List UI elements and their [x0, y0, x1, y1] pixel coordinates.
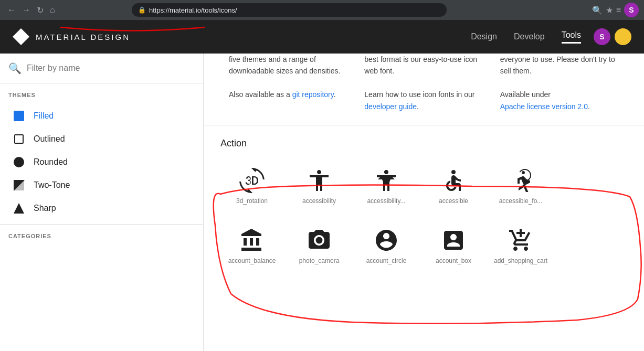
categories-section: CATEGORIES: [0, 224, 203, 250]
icon-add-shopping-cart-label: add_shopping_cart: [494, 257, 547, 264]
theme-filled[interactable]: Filled: [8, 104, 195, 127]
icon-accessible-forward[interactable]: accessible_fo...: [489, 159, 552, 211]
icon-accessible-forward-label: accessible_fo...: [499, 197, 543, 205]
developer-guide-link[interactable]: developer guide: [364, 102, 417, 111]
accessible-forward-svg: [508, 168, 533, 193]
info-section: five themes and a range of downloadable …: [204, 54, 644, 125]
twotone-icon: [13, 179, 25, 192]
icons-grid-row1: 3d_rotation accessibility: [220, 159, 627, 211]
theme-outlined[interactable]: Outlined: [8, 127, 195, 151]
icon-account-balance-label: account_balance: [228, 257, 276, 264]
theme-twotone-label: Two-Tone: [34, 180, 70, 190]
icon-accessibility-new[interactable]: accessibility...: [355, 159, 418, 211]
theme-filled-label: Filled: [34, 111, 54, 121]
photo-camera-svg: [307, 228, 332, 253]
theme-rounded-label: Rounded: [34, 157, 68, 167]
icons-grid-row2: account_balance photo_camera: [220, 219, 627, 271]
theme-twotone[interactable]: Two-Tone: [8, 174, 195, 197]
app: MATERIAL DESIGN Design Develop Tools S 🔍…: [0, 20, 644, 351]
icon-add-shopping-cart[interactable]: add_shopping_cart: [489, 219, 552, 271]
refresh-button[interactable]: ↻: [35, 4, 46, 16]
star-button[interactable]: ★: [606, 5, 613, 15]
svg-point-3: [522, 171, 525, 174]
icon-3d-rotation[interactable]: 3d_rotation: [220, 159, 283, 211]
info-text-3: everyone to use. Please don't try to sel…: [500, 54, 619, 112]
logo-icon: [13, 28, 29, 45]
category-title: Action: [220, 138, 627, 149]
icon-account-circle[interactable]: account_circle: [355, 219, 418, 271]
content-area: five themes and a range of downloadable …: [204, 54, 644, 351]
info-text-1: five themes and a range of downloadable …: [229, 54, 347, 101]
rounded-icon: [13, 156, 25, 168]
apache-license-link[interactable]: Apache license version 2.0: [500, 102, 588, 111]
categories-label: CATEGORIES: [8, 233, 195, 239]
search-icon: 🔍: [8, 62, 22, 75]
info-col-3: everyone to use. Please don't try to sel…: [492, 54, 627, 112]
icon-account-box[interactable]: account_box: [422, 219, 485, 271]
nav-avatar[interactable]: S: [594, 28, 610, 45]
url-text: https://material.io/tools/icons/: [149, 6, 440, 14]
menu-button[interactable]: ≡: [616, 5, 621, 15]
user-avatar[interactable]: S: [624, 3, 639, 17]
sharp-icon: [13, 202, 25, 215]
address-bar[interactable]: 🔒 https://material.io/tools/icons/: [132, 3, 447, 17]
info-col-1: five themes and a range of downloadable …: [220, 54, 356, 112]
info-col-2: best format is our easy-to-use icon web …: [356, 54, 491, 112]
sidebar: 🔍 THEMES Filled Outline: [0, 54, 204, 351]
nav-design[interactable]: Design: [471, 32, 497, 41]
account-balance-svg: [239, 228, 265, 253]
icon-accessible-label: accessible: [439, 197, 468, 205]
nav-links: Design Develop Tools: [471, 30, 581, 44]
lock-icon: 🔒: [138, 6, 146, 14]
nav-develop[interactable]: Develop: [514, 32, 545, 41]
icon-accessibility-new-label: accessibility...: [367, 197, 405, 205]
accessible-svg: [441, 168, 466, 193]
svg-point-2: [451, 170, 456, 174]
forward-button[interactable]: →: [20, 4, 33, 16]
top-navigation: MATERIAL DESIGN Design Develop Tools S: [0, 20, 644, 54]
icon-photo-camera-label: photo_camera: [299, 257, 340, 264]
browser-chrome: ← → ↻ ⌂ 🔒 https://material.io/tools/icon…: [0, 0, 644, 20]
zoom-button[interactable]: 🔍: [592, 5, 603, 15]
3d-rotation-svg: [239, 168, 265, 193]
main-content: 🔍 THEMES Filled Outline: [0, 54, 644, 351]
icon-account-circle-label: account_circle: [366, 257, 407, 264]
nav-buttons[interactable]: ← → ↻ ⌂: [5, 4, 57, 16]
themes-label: THEMES: [8, 92, 195, 98]
icons-section: Action 3d_rotation: [204, 125, 644, 283]
icon-accessibility-label: accessibility: [302, 197, 336, 205]
themes-section: THEMES Filled Outlined: [0, 83, 203, 224]
icon-accessible[interactable]: accessible: [422, 159, 485, 211]
theme-outlined-label: Outlined: [34, 134, 65, 144]
account-box-svg: [441, 228, 466, 253]
notification-dot: [615, 28, 631, 45]
accessibility-svg: [307, 168, 332, 193]
nav-tools[interactable]: Tools: [562, 30, 581, 44]
icon-accessibility[interactable]: accessibility: [288, 159, 351, 211]
theme-sharp[interactable]: Sharp: [8, 197, 195, 220]
logo-text: MATERIAL DESIGN: [36, 33, 130, 41]
icon-3d-rotation-label: 3d_rotation: [236, 197, 268, 205]
filled-icon: [13, 110, 25, 122]
logo-area: MATERIAL DESIGN: [13, 28, 130, 45]
accessibility-new-svg: [374, 168, 399, 193]
account-circle-svg: [374, 228, 399, 253]
back-button[interactable]: ←: [5, 4, 18, 16]
icon-account-box-label: account_box: [436, 257, 471, 264]
search-area: 🔍: [0, 54, 203, 83]
theme-rounded[interactable]: Rounded: [8, 151, 195, 174]
svg-point-4: [316, 237, 323, 244]
browser-actions: 🔍 ★ ≡ S: [592, 3, 639, 17]
theme-sharp-label: Sharp: [34, 204, 56, 213]
icon-account-balance[interactable]: account_balance: [220, 219, 283, 271]
git-repo-link[interactable]: git repository: [292, 90, 334, 99]
add-shopping-cart-svg: [508, 228, 533, 253]
outlined-icon: [13, 133, 25, 145]
info-text-2: best format is our easy-to-use icon web …: [364, 54, 483, 112]
search-input[interactable]: [27, 63, 195, 73]
icon-photo-camera[interactable]: photo_camera: [288, 219, 351, 271]
home-button[interactable]: ⌂: [48, 4, 57, 16]
